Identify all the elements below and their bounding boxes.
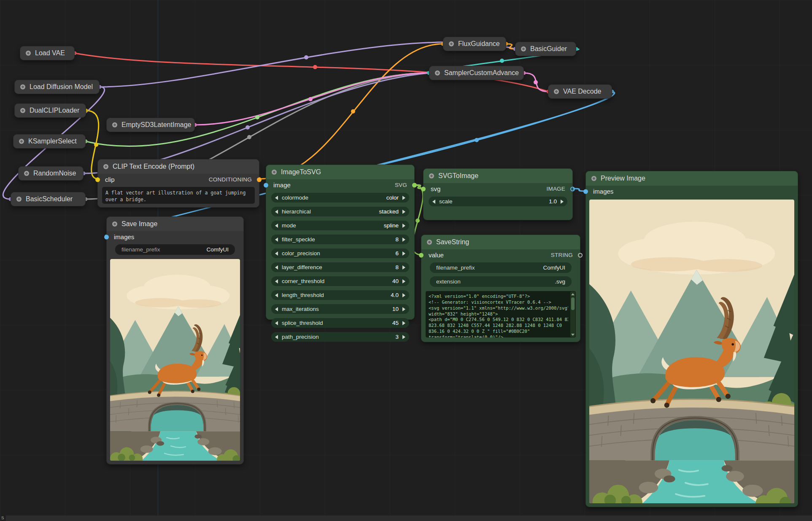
- decrement-arrow-icon[interactable]: [275, 335, 278, 339]
- widget-length-threshold[interactable]: length_threshold 4.0: [271, 290, 409, 300]
- collapse-dot-icon[interactable]: [272, 170, 277, 175]
- collapse-dot-icon[interactable]: [20, 108, 25, 113]
- output-slot-string[interactable]: [578, 253, 583, 257]
- node-header[interactable]: SaveString: [421, 235, 580, 249]
- increment-arrow-icon[interactable]: [402, 196, 405, 200]
- collapse-dot-icon[interactable]: [24, 171, 29, 176]
- widget-hierarchical[interactable]: hierarchical stacked: [271, 207, 409, 216]
- collapse-dot-icon[interactable]: [429, 173, 434, 178]
- node-canvas[interactable]: s: [0, 0, 812, 521]
- node-preview-image[interactable]: Preview Image images: [585, 171, 798, 507]
- node-svg-to-image[interactable]: SVGToImage svg IMAGE scale 1.0: [423, 168, 573, 220]
- decrement-arrow-icon[interactable]: [275, 210, 278, 214]
- node-load-diffusion-model[interactable]: Load Diffusion Model: [14, 80, 100, 94]
- widget-corner-threshold[interactable]: corner_threshold 40: [271, 276, 409, 286]
- increment-arrow-icon[interactable]: [402, 265, 405, 270]
- scroll-up-icon[interactable]: [570, 292, 575, 297]
- node-save-image[interactable]: Save Image images filename_prefix ComfyU…: [106, 216, 244, 464]
- widget-value: spline: [384, 222, 399, 229]
- widget-scale[interactable]: scale 1.0: [429, 197, 567, 206]
- prompt-textarea[interactable]: A flat vector art illustration of a goat…: [102, 187, 255, 204]
- collapse-dot-icon[interactable]: [427, 240, 432, 245]
- input-slot-clip[interactable]: [95, 177, 100, 182]
- widget-filename-prefix[interactable]: filename_prefix ComfyUI: [115, 244, 235, 255]
- increment-arrow-icon[interactable]: [402, 210, 405, 214]
- textarea-scrollbar[interactable]: [570, 292, 575, 337]
- increment-arrow-icon[interactable]: [402, 251, 405, 256]
- node-sampler-custom-advance[interactable]: SamplerCustomAdvance: [429, 66, 524, 80]
- collapse-dot-icon[interactable]: [103, 164, 108, 169]
- node-header[interactable]: ImageToSVG: [266, 165, 414, 179]
- collapse-dot-icon[interactable]: [20, 84, 25, 89]
- decrement-arrow-icon[interactable]: [275, 293, 278, 297]
- svg-output-textarea[interactable]: <?xml version="1.0" encoding="UTF-8"?> <…: [426, 291, 576, 337]
- input-slot-image[interactable]: [264, 183, 268, 187]
- node-basic-scheduler[interactable]: BasicScheduler: [11, 192, 86, 206]
- input-slot-value[interactable]: [419, 253, 424, 257]
- scrollbar-thumb[interactable]: [571, 297, 575, 310]
- node-basic-guider[interactable]: BasicGuider: [515, 42, 576, 56]
- collapse-dot-icon[interactable]: [19, 139, 24, 144]
- decrement-arrow-icon[interactable]: [275, 196, 278, 200]
- node-random-noise[interactable]: RandomNoise: [18, 166, 84, 181]
- collapse-dot-icon[interactable]: [112, 122, 117, 127]
- decrement-arrow-icon[interactable]: [275, 279, 278, 283]
- increment-arrow-icon[interactable]: [402, 279, 405, 283]
- output-slot-conditioning[interactable]: [257, 177, 262, 182]
- widget-mode[interactable]: mode spline: [271, 221, 409, 230]
- increment-arrow-icon[interactable]: [402, 307, 405, 311]
- increment-arrow-icon[interactable]: [402, 335, 405, 339]
- decrement-arrow-icon[interactable]: [275, 321, 278, 325]
- node-header[interactable]: CLIP Text Encode (Prompt): [98, 159, 259, 174]
- collapse-dot-icon[interactable]: [26, 51, 31, 56]
- svg-output-text: <?xml version="1.0" encoding="UTF-8"?> <…: [426, 291, 576, 337]
- input-slot-svg[interactable]: [421, 186, 426, 191]
- node-ksampler-select[interactable]: KSamplerSelect: [13, 134, 86, 148]
- collapse-dot-icon[interactable]: [112, 221, 117, 227]
- widget-max-iterations[interactable]: max_iterations 10: [271, 304, 409, 314]
- node-title: VAE Decode: [563, 88, 601, 95]
- node-image-to-svg[interactable]: ImageToSVG image SVG colormode color hie…: [266, 165, 415, 320]
- node-save-string[interactable]: SaveString value STRING filename_prefix …: [421, 235, 580, 342]
- decrement-arrow-icon[interactable]: [275, 265, 278, 270]
- widget-splice-threshold[interactable]: splice_threshold 45: [271, 318, 409, 328]
- widget-filter-speckle[interactable]: filter_speckle 8: [271, 235, 409, 244]
- widget-layer-difference[interactable]: layer_difference 8: [271, 262, 409, 272]
- output-slot-image[interactable]: [570, 186, 575, 191]
- node-header[interactable]: Save Image: [107, 217, 243, 231]
- collapse-dot-icon[interactable]: [435, 70, 440, 76]
- decrement-arrow-icon[interactable]: [275, 224, 278, 228]
- node-clip-text-encode[interactable]: CLIP Text Encode (Prompt) clip CONDITION…: [97, 159, 259, 208]
- input-slot-images[interactable]: [583, 189, 588, 194]
- widget-colormode[interactable]: colormode color: [271, 193, 409, 202]
- widget-extension[interactable]: extension .svg: [430, 276, 572, 287]
- node-dual-clip-loader[interactable]: DualCLIPLoader: [14, 103, 86, 118]
- widget-color-precision[interactable]: color_precision 6: [271, 248, 409, 258]
- decrement-arrow-icon[interactable]: [432, 200, 435, 204]
- increment-arrow-icon[interactable]: [402, 293, 405, 297]
- collapse-dot-icon[interactable]: [591, 176, 596, 181]
- output-slot-svg[interactable]: [412, 183, 417, 187]
- widget-filename-prefix[interactable]: filename_prefix ComfyUI: [430, 262, 572, 273]
- node-empty-sd3-latent-image[interactable]: EmptySD3LatentImage: [106, 118, 195, 132]
- collapse-dot-icon[interactable]: [554, 89, 559, 94]
- decrement-arrow-icon[interactable]: [275, 238, 278, 242]
- node-header[interactable]: SVGToImage: [424, 169, 572, 183]
- widget-path-precision[interactable]: path_precision 3: [271, 332, 409, 342]
- node-load-vae[interactable]: Load VAE: [20, 46, 75, 60]
- increment-arrow-icon[interactable]: [402, 238, 405, 242]
- increment-arrow-icon[interactable]: [402, 224, 405, 228]
- collapse-dot-icon[interactable]: [16, 197, 22, 202]
- decrement-arrow-icon[interactable]: [275, 307, 278, 311]
- increment-arrow-icon[interactable]: [561, 200, 564, 204]
- collapse-dot-icon[interactable]: [521, 46, 526, 51]
- node-header[interactable]: Preview Image: [586, 171, 798, 186]
- collapse-dot-icon[interactable]: [449, 41, 454, 46]
- node-vae-decode[interactable]: VAE Decode: [548, 84, 612, 99]
- decrement-arrow-icon[interactable]: [275, 251, 278, 256]
- scroll-down-icon[interactable]: [570, 332, 575, 337]
- widget-label: corner_threshold: [282, 278, 324, 284]
- increment-arrow-icon[interactable]: [402, 321, 405, 325]
- node-flux-guidance[interactable]: FluxGuidance: [443, 37, 506, 51]
- input-slot-images[interactable]: [104, 235, 109, 239]
